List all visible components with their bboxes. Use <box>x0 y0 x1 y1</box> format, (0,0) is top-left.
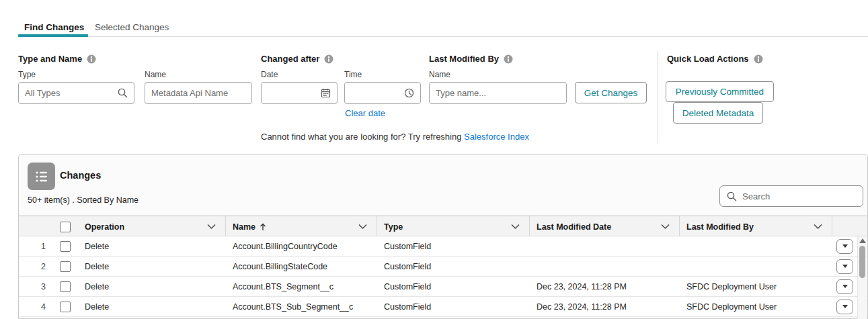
cell-operation: Delete <box>85 262 226 271</box>
cell-name: Account.BTS_Segment__c <box>226 282 377 291</box>
column-header-operation[interactable]: Operation <box>85 216 226 237</box>
row-action-dropdown-button[interactable] <box>836 239 853 254</box>
scrollbar-thumb[interactable] <box>859 246 865 278</box>
table-row[interactable]: 3 Delete Account.BTS_Segment__c CustomFi… <box>19 277 867 297</box>
chevron-down-icon[interactable] <box>358 222 367 232</box>
cell-name: Account.BillingStateCode <box>226 262 377 271</box>
column-header-last-modified-by[interactable]: Last Modified By <box>680 216 832 237</box>
chevron-down-icon[interactable] <box>814 222 822 232</box>
info-icon[interactable] <box>504 54 513 64</box>
table-row[interactable]: 2 Delete Account.BillingStateCode Custom… <box>19 257 867 277</box>
changes-panel-header: Changes 50+ item(s) . Sorted By Name Sea… <box>19 155 867 216</box>
clock-icon[interactable] <box>404 88 414 98</box>
salesforce-index-link[interactable]: Salesforce Index <box>464 132 529 142</box>
previously-committed-button[interactable]: Previously Committed <box>666 81 774 102</box>
cell-name: Account.BillingCountryCode <box>226 242 377 251</box>
filter-section-divider <box>658 51 658 143</box>
row-action-dropdown-button[interactable] <box>836 300 853 314</box>
sort-ascending-icon <box>260 223 266 231</box>
type-and-name-group-label: Type and Name <box>18 54 96 64</box>
quick-load-actions-group-label: Quick Load Actions <box>667 54 763 64</box>
row-checkbox[interactable] <box>60 302 71 312</box>
cell-last-modified-by: SFDC Deployment User <box>680 302 832 312</box>
clear-date-link[interactable]: Clear date <box>345 108 385 118</box>
cell-last-modified-date: Dec 23, 2024, 11:28 PM <box>530 282 680 291</box>
column-header-type[interactable]: Type <box>377 216 530 237</box>
table-header-row: Operation Name Type Last Modified Date L… <box>19 216 867 236</box>
row-action-dropdown-button[interactable] <box>836 279 853 294</box>
type-combobox[interactable]: All Types <box>18 82 134 104</box>
table-row[interactable]: 4 Delete Account.BTS_Sub_Segment__c Cust… <box>19 297 867 317</box>
vertical-scrollbar[interactable] <box>857 236 867 319</box>
cell-name: Account.BTS_Sub_Segment__c <box>226 302 377 312</box>
info-icon[interactable] <box>87 54 96 64</box>
modified-by-name-label: Name <box>429 70 450 79</box>
row-action-dropdown-button[interactable] <box>836 259 853 274</box>
caret-down-icon <box>842 284 849 289</box>
cell-last-modified-date: Dec 23, 2024, 11:28 PM <box>530 302 680 312</box>
info-icon[interactable] <box>324 54 333 64</box>
caret-down-icon <box>842 244 849 248</box>
actions-column-header <box>832 216 867 237</box>
deleted-metadata-button[interactable]: Deleted Metadata <box>673 102 763 124</box>
changes-panel: Changes 50+ item(s) . Sorted By Name Sea… <box>18 154 868 319</box>
tab-selected-changes[interactable]: Selected Changes <box>95 22 169 32</box>
row-checkbox[interactable] <box>60 261 71 272</box>
panel-title: Changes <box>60 170 101 181</box>
select-all-checkbox[interactable] <box>60 222 71 232</box>
cell-type: CustomField <box>377 282 530 291</box>
time-input[interactable] <box>344 82 421 104</box>
modified-by-name-input[interactable]: Type name... <box>429 82 567 104</box>
active-tab-underline <box>18 34 88 37</box>
row-number: 1 <box>19 242 59 251</box>
list-icon <box>28 163 55 190</box>
cell-operation: Delete <box>85 242 226 251</box>
table-search-input[interactable]: Search <box>719 185 863 207</box>
caret-down-icon <box>842 304 849 309</box>
cell-operation: Delete <box>85 302 226 312</box>
chevron-down-icon[interactable] <box>207 222 216 232</box>
caret-down-icon <box>842 264 849 269</box>
search-icon <box>727 191 737 201</box>
column-header-name[interactable]: Name <box>226 216 377 237</box>
cell-operation: Delete <box>85 282 226 291</box>
search-icon <box>118 88 128 98</box>
row-checkbox-cell <box>59 281 85 292</box>
tab-bar-divider <box>18 36 868 37</box>
chevron-down-icon[interactable] <box>661 222 670 232</box>
name-field-label: Name <box>145 70 166 79</box>
date-input[interactable] <box>261 82 338 104</box>
row-checkbox-cell <box>59 241 85 252</box>
cell-type: CustomField <box>377 242 530 251</box>
table-body: 1 Delete Account.BillingCountryCode Cust… <box>19 236 867 317</box>
info-icon[interactable] <box>754 54 763 64</box>
changed-after-group-label: Changed after <box>261 54 333 64</box>
time-field-label: Time <box>344 70 362 79</box>
row-number-header <box>19 216 59 237</box>
app-screen: Find Changes Selected Changes Type and N… <box>0 0 868 319</box>
chevron-down-icon[interactable] <box>511 222 520 232</box>
date-field-label: Date <box>261 70 278 79</box>
row-checkbox[interactable] <box>60 281 71 292</box>
column-header-last-modified-date[interactable]: Last Modified Date <box>530 216 680 237</box>
search-placeholder: Search <box>742 191 770 201</box>
tab-find-changes[interactable]: Find Changes <box>24 22 84 32</box>
cell-type: CustomField <box>377 262 530 271</box>
modified-by-placeholder: Type name... <box>436 88 560 98</box>
last-modified-by-group-label: Last Modified By <box>429 54 513 64</box>
metadata-name-input[interactable]: Metadata Api Name <box>145 82 252 104</box>
metadata-name-placeholder: Metadata Api Name <box>151 88 245 98</box>
calendar-icon[interactable] <box>321 88 331 98</box>
row-checkbox-cell <box>59 261 85 272</box>
row-checkbox[interactable] <box>60 241 71 252</box>
type-field-label: Type <box>18 70 36 79</box>
cell-type: CustomField <box>377 302 530 312</box>
items-summary: 50+ item(s) . Sorted By Name <box>28 195 139 205</box>
type-combobox-value: All Types <box>25 88 118 98</box>
row-number: 4 <box>19 302 59 312</box>
select-all-checkbox-cell <box>59 216 85 237</box>
table-row[interactable]: 1 Delete Account.BillingCountryCode Cust… <box>19 236 867 257</box>
scroll-up-arrow-icon[interactable] <box>859 238 866 243</box>
cell-last-modified-by: SFDC Deployment User <box>680 282 832 291</box>
get-changes-button[interactable]: Get Changes <box>575 82 647 103</box>
